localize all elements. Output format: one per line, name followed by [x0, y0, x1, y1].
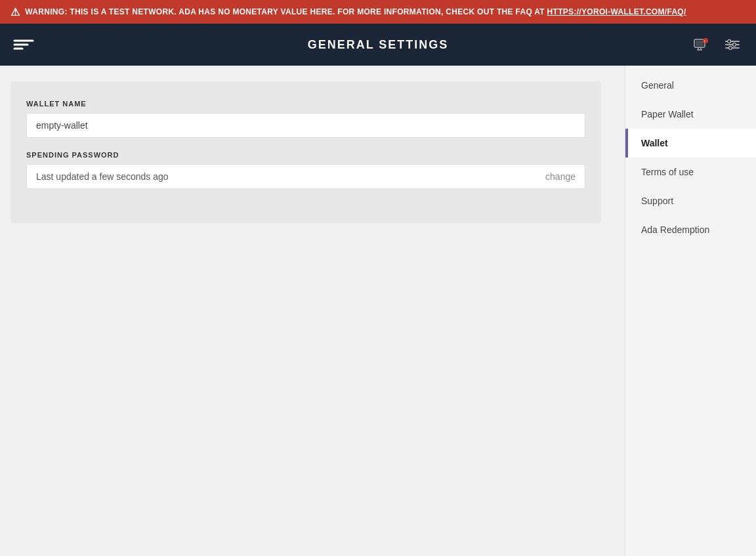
svg-rect-4 [696, 41, 704, 46]
svg-point-15 [729, 47, 732, 50]
content-area: WALLET NAME SPENDING PASSWORD Last updat… [0, 66, 625, 556]
sidebar-item-general[interactable]: General [625, 71, 756, 100]
warning-icon: ⚠ [10, 6, 20, 18]
main-layout: WALLET NAME SPENDING PASSWORD Last updat… [0, 66, 756, 556]
warning-link[interactable]: HTTPS://YOROI-WALLET.COM/FAQ/ [547, 7, 686, 16]
sidebar: GeneralPaper WalletWalletTerms of useSup… [625, 66, 756, 556]
warning-bar: ⚠ WARNING: THIS IS A TEST NETWORK. ADA H… [0, 0, 756, 24]
settings-card: WALLET NAME SPENDING PASSWORD Last updat… [10, 81, 601, 223]
page-title: GENERAL SETTINGS [308, 38, 449, 52]
warning-text: WARNING: THIS IS A TEST NETWORK. ADA HAS… [25, 7, 686, 16]
sidebar-item-terms-of-use[interactable]: Terms of use [625, 158, 756, 186]
sidebar-item-ada-redemption[interactable]: Ada Redemption [625, 215, 756, 244]
sidebar-item-wallet[interactable]: Wallet [625, 129, 756, 158]
settings-button[interactable] [719, 32, 746, 58]
sidebar-item-paper-wallet[interactable]: Paper Wallet [625, 100, 756, 129]
wallet-name-input[interactable] [26, 113, 585, 138]
header: GENERAL SETTINGS ! [0, 24, 756, 66]
sidebar-item-support[interactable]: Support [625, 186, 756, 215]
spending-password-label: SPENDING PASSWORD [26, 151, 585, 159]
logo-area [10, 32, 37, 58]
wallet-name-label: WALLET NAME [26, 100, 585, 108]
svg-point-13 [728, 40, 731, 43]
spending-password-field: Last updated a few seconds ago change [26, 164, 585, 189]
logo-icon [10, 32, 37, 58]
header-actions: ! [688, 32, 746, 58]
change-password-button[interactable]: change [545, 171, 576, 182]
svg-point-14 [733, 43, 736, 47]
spending-password-group: SPENDING PASSWORD Last updated a few sec… [26, 151, 585, 189]
notifications-button[interactable]: ! [688, 32, 714, 58]
spending-password-updated-text: Last updated a few seconds ago [36, 171, 169, 182]
wallet-name-group: WALLET NAME [26, 100, 585, 138]
